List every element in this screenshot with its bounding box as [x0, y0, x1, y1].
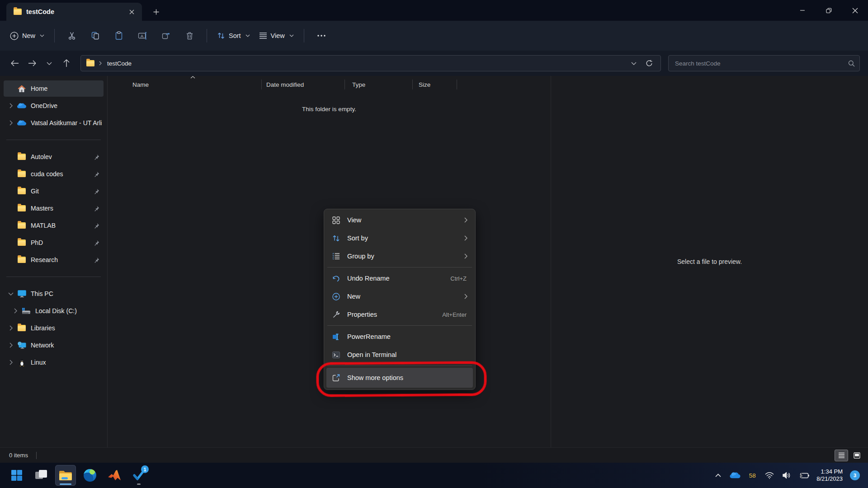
tab-title: testCode: [26, 8, 126, 15]
chevron-up-icon: [715, 474, 721, 477]
sidebar-item-local-disk[interactable]: Local Disk (C:): [4, 303, 104, 319]
empty-folder-message: This folder is empty.: [108, 106, 551, 113]
menu-item-powerrename[interactable]: PowerRename: [326, 328, 473, 346]
matlab-taskbar-button[interactable]: [104, 465, 125, 486]
chevron-right-icon[interactable]: [5, 120, 16, 126]
sidebar-item-label: cuda codes: [31, 170, 91, 178]
chevron-right-icon[interactable]: [10, 308, 21, 314]
chevron-down-icon[interactable]: [5, 292, 16, 296]
address-bar[interactable]: testCode: [80, 55, 661, 71]
minimize-button[interactable]: [789, 0, 816, 21]
sidebar-divider: [6, 277, 101, 277]
notification-badge: 1: [141, 465, 149, 473]
chevron-right-icon[interactable]: [5, 325, 16, 331]
refresh-icon: [646, 60, 653, 67]
copy-button[interactable]: [86, 27, 105, 44]
network-icon: [16, 342, 27, 349]
weather-temp-button[interactable]: 58: [745, 466, 760, 484]
sidebar-item-cuda-codes[interactable]: cuda codes: [4, 166, 104, 182]
sidebar-item-git[interactable]: Git: [4, 183, 104, 199]
sidebar-item-phd[interactable]: PhD: [4, 235, 104, 251]
column-header-name[interactable]: Name: [108, 76, 261, 93]
clock[interactable]: 1:34 PM 8/21/2023: [814, 468, 845, 483]
search-input[interactable]: [674, 60, 848, 67]
see-more-button[interactable]: [312, 27, 331, 44]
sidebar-item-autolev[interactable]: Autolev: [4, 149, 104, 165]
ellipsis-icon: [317, 35, 326, 37]
tray-chevron-button[interactable]: [711, 466, 725, 484]
details-view-toggle[interactable]: [835, 450, 848, 461]
rename-button[interactable]: A: [133, 27, 152, 44]
menu-item-undo-rename[interactable]: Undo Rename Ctrl+Z: [326, 269, 473, 287]
folder-icon: [16, 154, 27, 160]
tab-close-button[interactable]: [126, 6, 137, 18]
up-button[interactable]: [58, 55, 75, 71]
sidebar-item-label: Git: [31, 188, 91, 195]
sidebar-item-matlab[interactable]: MATLAB: [4, 217, 104, 234]
chevron-down-icon: [40, 34, 44, 37]
sidebar-item-linux[interactable]: Linux: [4, 354, 104, 371]
column-header-date-modified[interactable]: Date modified: [262, 76, 344, 93]
rename-icon: A: [138, 31, 147, 40]
column-header-type[interactable]: Type: [345, 76, 412, 93]
chevron-right-icon[interactable]: [5, 103, 16, 108]
sidebar-item-libraries[interactable]: Libraries: [4, 320, 104, 336]
volume-button[interactable]: [779, 466, 794, 484]
menu-item-open-in-terminal[interactable]: Open in Terminal: [326, 346, 473, 364]
back-icon: [11, 60, 19, 66]
sort-button[interactable]: Sort: [212, 28, 255, 44]
restore-button[interactable]: [816, 0, 842, 21]
view-button[interactable]: View: [255, 28, 298, 43]
sidebar-item-onedrive-personal[interactable]: Vatsal Asitkumar - UT Arli: [4, 115, 104, 131]
new-tab-button[interactable]: [148, 5, 164, 19]
column-separator[interactable]: [457, 80, 457, 89]
command-toolbar: New A: [0, 21, 868, 51]
menu-item-group-by[interactable]: Group by: [326, 247, 473, 265]
submenu-chevron-icon: [462, 294, 469, 299]
column-headers: Name Date modified Type Size: [108, 76, 551, 93]
wifi-button[interactable]: [762, 466, 777, 484]
start-button[interactable]: [6, 465, 27, 486]
explorer-tab[interactable]: testCode: [6, 3, 142, 21]
sort-icon: [217, 32, 225, 40]
menu-item-sort-by[interactable]: Sort by: [326, 229, 473, 247]
new-button[interactable]: New: [5, 28, 49, 44]
sidebar-item-onedrive[interactable]: OneDrive: [4, 98, 104, 114]
sidebar-item-research[interactable]: Research: [4, 252, 104, 268]
todo-taskbar-button[interactable]: 1: [128, 465, 149, 486]
file-explorer-taskbar-button[interactable]: [55, 465, 76, 486]
menu-item-view[interactable]: View: [326, 211, 473, 229]
close-window-button[interactable]: [842, 0, 868, 21]
notification-count-badge[interactable]: 3: [850, 470, 860, 480]
menu-item-show-more-options[interactable]: Show more options: [326, 368, 473, 388]
up-icon: [63, 59, 70, 67]
address-dropdown-button[interactable]: [626, 56, 642, 70]
cut-button[interactable]: [62, 27, 81, 44]
column-header-size[interactable]: Size: [413, 76, 457, 93]
back-button[interactable]: [6, 55, 24, 71]
sidebar-item-network[interactable]: Network: [4, 337, 104, 353]
shortcut-label: Ctrl+Z: [450, 275, 467, 282]
delete-button[interactable]: [180, 27, 199, 44]
onedrive-tray-button[interactable]: [728, 466, 742, 484]
preview-message: Select a file to preview.: [677, 258, 742, 265]
paste-button[interactable]: [109, 27, 128, 44]
linux-icon: [16, 359, 27, 366]
thumbnail-view-toggle[interactable]: [850, 450, 863, 461]
chevron-right-icon[interactable]: [5, 343, 16, 348]
forward-button[interactable]: [24, 55, 41, 71]
refresh-button[interactable]: [642, 56, 657, 70]
menu-item-new[interactable]: New: [326, 287, 473, 305]
breadcrumb-folder[interactable]: testCode: [105, 59, 133, 68]
menu-item-properties[interactable]: Properties Alt+Enter: [326, 305, 473, 324]
search-box[interactable]: [668, 55, 860, 71]
sidebar-item-this-pc[interactable]: This PC: [4, 286, 104, 302]
task-view-button[interactable]: [31, 465, 52, 486]
sidebar-item-masters[interactable]: Masters: [4, 200, 104, 216]
battery-button[interactable]: [797, 466, 811, 484]
chevron-right-icon[interactable]: [5, 360, 16, 365]
edge-taskbar-button[interactable]: [80, 465, 100, 486]
sidebar-item-home[interactable]: Home: [4, 80, 104, 97]
recent-locations-button[interactable]: [41, 55, 58, 71]
share-button[interactable]: [156, 27, 175, 44]
